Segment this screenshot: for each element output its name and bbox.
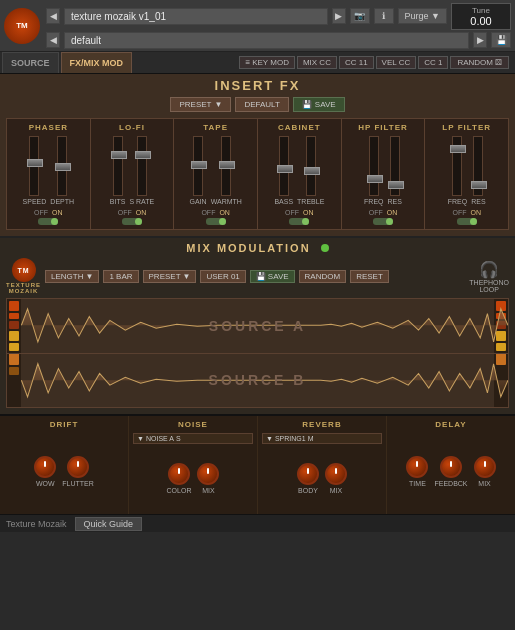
noise-color-knob[interactable] bbox=[168, 463, 190, 485]
user-preset-button[interactable]: USER 01 bbox=[200, 270, 245, 283]
lpfilter-toggle-switch[interactable] bbox=[457, 218, 477, 225]
phaser-depth-track[interactable] bbox=[57, 136, 67, 196]
tape-warmth-track[interactable] bbox=[221, 136, 231, 196]
quick-guide-button[interactable]: Quick Guide bbox=[75, 517, 143, 531]
lpfilter-res-fader[interactable]: RES bbox=[471, 136, 485, 205]
delay-mix-knob[interactable] bbox=[474, 456, 496, 478]
length-button[interactable]: LENGTH ▼ bbox=[45, 270, 99, 283]
phaser-speed-thumb[interactable] bbox=[27, 159, 43, 167]
hpfilter-freq-fader[interactable]: FREQ bbox=[364, 136, 383, 205]
camera-icon-button[interactable]: 📷 bbox=[350, 8, 370, 24]
lpfilter-freq-fader[interactable]: FREQ bbox=[448, 136, 467, 205]
reverb-mix-knob[interactable] bbox=[325, 463, 347, 485]
save-preset-icon[interactable]: 💾 bbox=[491, 32, 511, 48]
preset-name[interactable]: default bbox=[64, 32, 469, 49]
mm-preset-button[interactable]: PRESET ▼ bbox=[143, 270, 197, 283]
bottom-fx-section: DRIFT WOW FLUTTER NOISE ▼ NOISE A S COLO… bbox=[0, 414, 515, 514]
lofi-bits-track[interactable] bbox=[113, 136, 123, 196]
cabinet-bass-thumb[interactable] bbox=[277, 165, 293, 173]
lpfilter-res-thumb[interactable] bbox=[471, 181, 487, 189]
phaser-toggle-dot bbox=[51, 218, 58, 225]
delay-time-knob[interactable] bbox=[406, 456, 428, 478]
cabinet-bass-track[interactable] bbox=[279, 136, 289, 196]
cabinet-toggle-switch[interactable] bbox=[289, 218, 309, 225]
drift-flutter-knob[interactable] bbox=[67, 456, 89, 478]
reverb-title: REVERB bbox=[262, 420, 382, 429]
tape-toggle-switch[interactable] bbox=[206, 218, 226, 225]
delay-module: DELAY TIME FEEDBCK MIX bbox=[387, 416, 515, 514]
tune-box: Tune 0.00 bbox=[451, 3, 511, 30]
lofi-bits-fader[interactable]: BITS bbox=[110, 136, 126, 205]
noise-mix-knob[interactable] bbox=[197, 463, 219, 485]
bar-button[interactable]: 1 BAR bbox=[103, 270, 138, 283]
tape-gain-track[interactable] bbox=[193, 136, 203, 196]
tab-random[interactable]: RANDOM ⚄ bbox=[450, 56, 509, 69]
mix-mod-title: MIX MODULATION bbox=[6, 242, 509, 254]
hpfilter-faders: FREQ RES bbox=[344, 136, 423, 205]
hpfilter-toggle-switch[interactable] bbox=[373, 218, 393, 225]
lofi-srate-track[interactable] bbox=[137, 136, 147, 196]
default-button[interactable]: DEFAULT bbox=[235, 97, 288, 112]
reverb-body-knob[interactable] bbox=[297, 463, 319, 485]
purge-button[interactable]: Purge ▼ bbox=[398, 8, 447, 24]
tab-cc11[interactable]: CC 11 bbox=[339, 56, 374, 69]
instrument-name[interactable]: texture mozaik v1_01 bbox=[64, 8, 328, 25]
hpfilter-freq-track[interactable] bbox=[369, 136, 379, 196]
preset-dropdown-button[interactable]: PRESET ▼ bbox=[170, 97, 231, 112]
tab-fxmixmod[interactable]: FX/MIX MOD bbox=[61, 52, 133, 73]
drift-knobs: WOW FLUTTER bbox=[4, 433, 124, 510]
phaser-speed-fader[interactable]: SPEED bbox=[23, 136, 47, 205]
lpfilter-res-track[interactable] bbox=[473, 136, 483, 196]
info-icon-button[interactable]: ℹ bbox=[374, 8, 394, 24]
tab-cc1-label: CC 1 bbox=[424, 58, 442, 67]
loop-text: LOOP bbox=[469, 286, 509, 293]
lofi-srate-thumb[interactable] bbox=[135, 151, 151, 159]
delay-feedback-knob[interactable] bbox=[440, 456, 462, 478]
mm-reset-button[interactable]: RESET bbox=[350, 270, 389, 283]
tab-velcc[interactable]: VEL CC bbox=[376, 56, 417, 69]
phaser-speed-track[interactable] bbox=[29, 136, 39, 196]
fx-module-cabinet: CABINET BASS TREBLE OFF ON bbox=[258, 119, 342, 229]
tape-warmth-fader[interactable]: WARMTH bbox=[211, 136, 242, 205]
tape-gain-fader[interactable]: GAIN bbox=[190, 136, 207, 205]
cabinet-treble-thumb[interactable] bbox=[304, 167, 320, 175]
delay-time-label: TIME bbox=[409, 480, 426, 487]
prev-preset-button[interactable]: ◀ bbox=[46, 32, 60, 48]
hpfilter-res-fader[interactable]: RES bbox=[388, 136, 402, 205]
tab-cc1[interactable]: CC 1 bbox=[418, 56, 448, 69]
tab-keymod[interactable]: ≡KEY MOD bbox=[239, 56, 294, 69]
phaser-toggle: OFF ON bbox=[9, 209, 88, 216]
save-fx-button[interactable]: 💾 SAVE bbox=[293, 97, 345, 112]
hpfilter-res-track[interactable] bbox=[390, 136, 400, 196]
hpfilter-res-thumb[interactable] bbox=[388, 181, 404, 189]
noise-color-item: COLOR bbox=[167, 463, 192, 494]
reverb-select[interactable]: ▼ SPRING1 M bbox=[262, 433, 382, 444]
next-preset-button[interactable]: ▶ bbox=[473, 32, 487, 48]
noise-select[interactable]: ▼ NOISE A S bbox=[133, 433, 253, 444]
phaser-toggle-switch[interactable] bbox=[38, 218, 58, 225]
mm-random-button[interactable]: RANDOM bbox=[299, 270, 347, 283]
lpfilter-freq-thumb[interactable] bbox=[450, 145, 466, 153]
tape-warmth-thumb[interactable] bbox=[219, 161, 235, 169]
prev-instrument-button[interactable]: ◀ bbox=[46, 8, 60, 24]
noise-mix-item: MIX bbox=[197, 463, 219, 494]
tab-mixcc[interactable]: MIX CC bbox=[297, 56, 337, 69]
lpfilter-freq-track[interactable] bbox=[452, 136, 462, 196]
tab-source[interactable]: SOURCE bbox=[2, 52, 59, 73]
lofi-srate-fader[interactable]: S RATE bbox=[129, 136, 154, 205]
cabinet-treble-track[interactable] bbox=[306, 136, 316, 196]
next-instrument-button[interactable]: ▶ bbox=[332, 8, 346, 24]
cabinet-bass-fader[interactable]: BASS bbox=[274, 136, 293, 205]
phaser-depth-fader[interactable]: DEPTH bbox=[50, 136, 74, 205]
mix-mod-controls: TM TEXTURE MOZAIK LENGTH ▼ 1 BAR PRESET … bbox=[6, 258, 509, 294]
mm-save-button[interactable]: 💾 SAVE bbox=[250, 270, 295, 283]
phaser-depth-thumb[interactable] bbox=[55, 163, 71, 171]
reverb-module: REVERB ▼ SPRING1 M BODY MIX bbox=[258, 416, 387, 514]
hpfilter-freq-thumb[interactable] bbox=[367, 175, 383, 183]
drift-wow-knob[interactable] bbox=[34, 456, 56, 478]
tab-keymod-label: KEY MOD bbox=[252, 58, 289, 67]
lofi-bits-thumb[interactable] bbox=[111, 151, 127, 159]
cabinet-treble-fader[interactable]: TREBLE bbox=[297, 136, 324, 205]
tape-gain-thumb[interactable] bbox=[191, 161, 207, 169]
lofi-toggle-switch[interactable] bbox=[122, 218, 142, 225]
